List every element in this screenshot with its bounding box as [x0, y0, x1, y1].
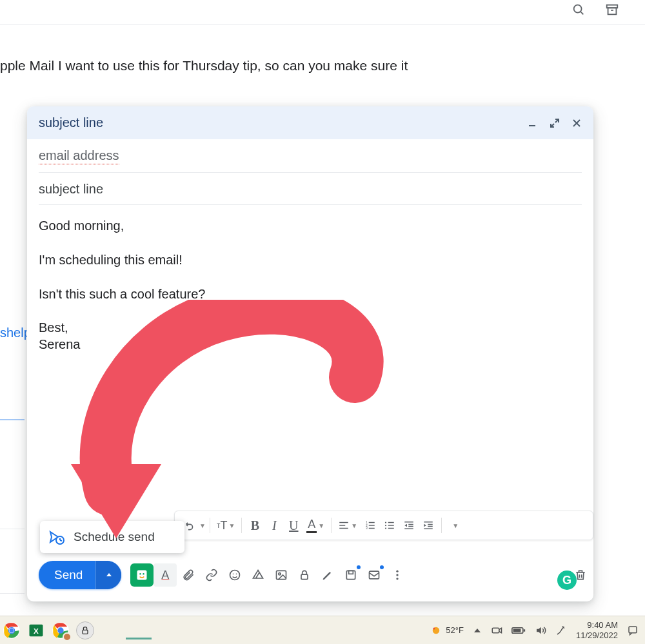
camera-tray-icon[interactable] [491, 625, 502, 636]
svg-point-21 [385, 525, 386, 526]
archive-icon[interactable] [605, 3, 619, 17]
svg-rect-37 [137, 571, 147, 580]
link-icon[interactable] [200, 563, 223, 587]
close-icon[interactable] [571, 118, 582, 128]
clock-date: 11/29/2022 [576, 630, 618, 641]
svg-rect-70 [524, 629, 526, 631]
numbered-list-button[interactable]: 123 [361, 514, 379, 536]
svg-rect-49 [349, 571, 353, 574]
taskbar-clock[interactable]: 9:40 AM 11/29/2022 [576, 620, 618, 640]
chevron-down-icon: ▼ [199, 522, 206, 529]
svg-rect-4 [611, 10, 613, 11]
svg-marker-72 [537, 627, 541, 634]
volume-tray-icon[interactable] [535, 625, 546, 636]
image-icon[interactable] [270, 563, 293, 587]
svg-marker-32 [424, 524, 426, 527]
sticker-icon[interactable] [130, 563, 154, 587]
indent-more-button[interactable] [419, 514, 437, 536]
attach-file-icon[interactable] [177, 563, 200, 587]
svg-point-0 [574, 5, 582, 13]
svg-marker-68 [499, 628, 502, 633]
svg-rect-73 [629, 627, 637, 633]
notifications-tray-icon[interactable] [627, 625, 639, 636]
tray-expand-icon[interactable] [473, 626, 482, 635]
svg-line-1 [580, 12, 583, 14]
svg-marker-36 [106, 573, 112, 576]
svg-point-39 [143, 573, 145, 575]
save-icon[interactable] [339, 563, 362, 587]
body-line: Isn't this such a cool feature? [39, 285, 582, 304]
minimize-icon[interactable] [528, 118, 538, 128]
text-color-button[interactable]: A▼ [304, 514, 327, 536]
svg-rect-71 [513, 629, 521, 632]
svg-marker-66 [474, 629, 481, 632]
body-signature: Serena [39, 336, 582, 353]
send-options-button[interactable] [95, 561, 121, 589]
svg-point-41 [233, 574, 234, 575]
password-manager-taskbar-icon[interactable] [76, 621, 94, 639]
send-button-group: Send [39, 561, 121, 589]
svg-marker-27 [404, 524, 407, 527]
confidential-icon[interactable] [293, 563, 316, 587]
schedule-send-menu-item[interactable]: Schedule send [40, 521, 184, 553]
italic-button[interactable]: I [265, 514, 283, 536]
to-field[interactable]: email address [39, 139, 582, 173]
to-value: email address [39, 148, 119, 164]
weather-widget[interactable]: 52°F [430, 625, 464, 636]
font-size-button[interactable]: тT▼ [214, 514, 237, 536]
svg-point-22 [385, 527, 386, 529]
fullscreen-icon[interactable] [550, 118, 560, 128]
bold-button[interactable]: B [246, 514, 264, 536]
svg-rect-5 [529, 125, 535, 126]
clock-time: 9:40 AM [576, 620, 618, 630]
svg-line-35 [60, 540, 62, 541]
windows-taskbar: X 52°F 9:40 AM 11/29/2022 [0, 616, 645, 644]
badge-dot [357, 565, 361, 569]
side-link[interactable]: shelp [0, 326, 31, 340]
chrome-profile-taskbar-icon[interactable] [52, 621, 70, 639]
svg-point-20 [385, 522, 386, 523]
subject-field[interactable]: subject line [39, 173, 582, 205]
body-line: I'm scheduling this email! [39, 251, 582, 269]
svg-point-65 [433, 627, 435, 629]
svg-point-51 [397, 571, 399, 572]
discard-draft-icon[interactable] [569, 563, 592, 587]
format-text-button[interactable]: A [154, 563, 177, 587]
compose-title: subject line [39, 115, 516, 130]
weather-temp: 52°F [446, 625, 464, 635]
schedule-send-icon [49, 529, 64, 545]
excel-taskbar-icon[interactable]: X [27, 621, 45, 639]
body-line: Good morning, [39, 217, 582, 235]
svg-point-53 [397, 578, 399, 580]
battery-tray-icon[interactable] [511, 626, 526, 635]
svg-point-52 [397, 574, 399, 576]
template-icon[interactable] [362, 563, 386, 587]
svg-rect-67 [492, 628, 499, 633]
search-icon[interactable] [571, 3, 586, 17]
pen-tray-icon[interactable] [555, 625, 567, 636]
chrome-taskbar-icon[interactable] [3, 621, 21, 639]
svg-rect-47 [301, 574, 308, 580]
body-signature: Best, [39, 319, 582, 336]
svg-text:3: 3 [366, 527, 368, 530]
more-formatting-button[interactable]: ▼ [446, 514, 464, 536]
compose-actions: Send A [39, 561, 592, 589]
svg-point-40 [230, 571, 240, 580]
svg-point-58 [10, 628, 14, 632]
svg-rect-48 [347, 571, 355, 579]
underline-button[interactable]: U [284, 514, 303, 536]
drive-icon[interactable] [246, 563, 270, 587]
send-button[interactable]: Send [39, 568, 95, 582]
svg-point-38 [140, 573, 142, 575]
indent-less-button[interactable] [400, 514, 418, 536]
svg-point-42 [236, 574, 237, 575]
svg-rect-63 [83, 630, 88, 634]
more-options-icon[interactable] [386, 563, 409, 587]
bullet-list-button[interactable] [381, 514, 399, 536]
emoji-icon[interactable] [223, 563, 246, 587]
svg-point-46 [279, 573, 281, 575]
svg-rect-3 [608, 8, 617, 14]
background-message-text: pple Mail I want to use this for Thursda… [0, 58, 408, 73]
align-button[interactable]: ▼ [335, 514, 360, 536]
pen-icon[interactable] [316, 563, 339, 587]
